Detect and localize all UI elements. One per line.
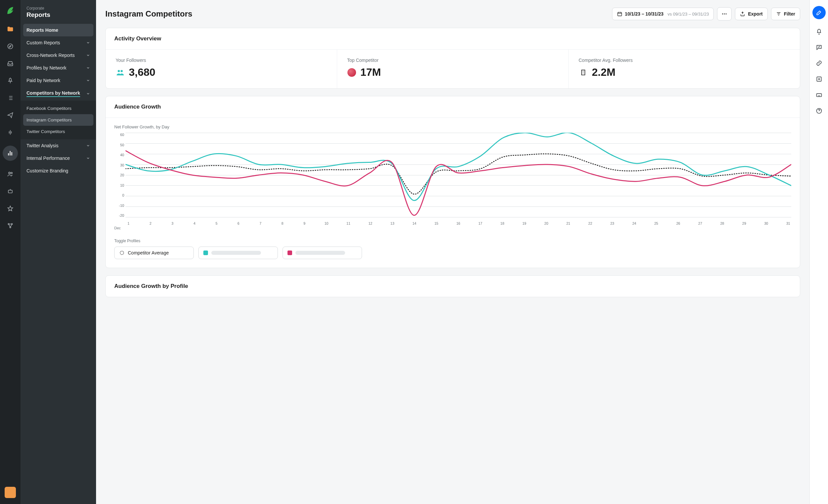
list-icon[interactable] — [6, 94, 14, 102]
redacted-label — [211, 251, 261, 255]
chevron-down-icon — [86, 92, 90, 96]
export-icon — [740, 11, 745, 16]
toggle-label: Toggle Profiles — [114, 239, 791, 243]
chevron-down-icon — [86, 66, 90, 70]
nav-item-label: Reports Home — [27, 28, 58, 33]
reports-icon[interactable] — [3, 146, 18, 161]
x-tick: 12 — [367, 221, 373, 225]
x-tick: 16 — [455, 221, 461, 225]
metric: Competitor Avg. Followers2.2M — [569, 50, 800, 88]
metric-label: Top Competitor — [347, 57, 558, 63]
x-tick: 18 — [499, 221, 505, 225]
nav-item[interactable]: Twitter Analysis — [20, 139, 96, 152]
profile-toggle[interactable]: Competitor Average — [114, 246, 194, 259]
sub-nav-item[interactable]: Facebook Competitors — [20, 103, 96, 114]
nav-item[interactable]: Competitors by Network — [20, 87, 96, 101]
compose-icon — [816, 9, 822, 16]
toggle-label-text: Competitor Average — [128, 250, 169, 256]
icon-rail — [0, 0, 20, 504]
compass-icon[interactable] — [6, 42, 14, 50]
x-tick: 23 — [610, 221, 615, 225]
add-icon[interactable] — [816, 76, 823, 83]
swatch-icon — [288, 250, 292, 255]
people-icon — [116, 68, 125, 77]
x-tick: 21 — [565, 221, 571, 225]
x-tick: 20 — [543, 221, 549, 225]
network-icon[interactable] — [6, 222, 14, 230]
sidebar-title: Reports — [27, 11, 90, 18]
compose-button[interactable] — [813, 6, 826, 19]
chevron-down-icon — [86, 79, 90, 82]
x-tick: 13 — [389, 221, 396, 225]
sidebar-heading: Corporate Reports — [20, 6, 96, 24]
svg-point-6 — [10, 227, 11, 228]
profile-toggle[interactable] — [283, 246, 362, 259]
chat-icon[interactable] — [816, 44, 823, 51]
x-tick: 9 — [301, 221, 307, 225]
svg-rect-3 — [8, 190, 12, 193]
folder-icon[interactable] — [6, 25, 14, 33]
x-tick: 10 — [324, 221, 330, 225]
more-button[interactable] — [717, 7, 732, 20]
svg-point-11 — [118, 70, 120, 72]
nav-item[interactable]: Custom Reports — [20, 36, 96, 49]
chevron-down-icon — [86, 41, 90, 45]
svg-rect-16 — [817, 94, 821, 97]
filter-button[interactable]: Filter — [771, 8, 800, 20]
nav-item[interactable]: Cross-Network Reports — [20, 49, 96, 61]
metric: Your Followers3,680 — [106, 50, 337, 88]
sub-nav-item[interactable]: Twitter Competitors — [20, 126, 96, 137]
y-tick: -10 — [114, 203, 124, 208]
svg-point-4 — [8, 223, 9, 224]
avg-swatch-icon — [119, 250, 125, 256]
date-range-button[interactable]: 10/1/23 – 10/31/23 vs 09/1/23 – 09/31/23 — [612, 8, 714, 20]
workspace-avatar[interactable] — [5, 487, 16, 498]
nav-item[interactable]: Customize Branding — [20, 165, 96, 177]
profile-toggle[interactable] — [198, 246, 278, 259]
x-tick: 4 — [192, 221, 197, 225]
star-icon[interactable] — [6, 204, 14, 213]
nav-item[interactable]: Internal Performance — [20, 152, 96, 165]
svg-point-10 — [726, 13, 727, 14]
svg-point-0 — [8, 44, 13, 49]
inbox-icon[interactable] — [6, 59, 14, 67]
help-icon[interactable] — [816, 107, 823, 114]
nav-item[interactable]: Paid by Network — [20, 74, 96, 87]
bell-icon[interactable] — [816, 28, 823, 35]
card-title: Audience Growth — [106, 96, 800, 118]
y-tick: 30 — [114, 163, 124, 167]
activity-overview-card: Activity Overview Your Followers3,680Top… — [105, 28, 800, 89]
sub-nav-item[interactable]: Instagram Competitors — [23, 114, 93, 126]
building-icon — [579, 68, 588, 77]
chevron-down-icon — [86, 156, 90, 160]
x-tick: 24 — [631, 221, 637, 225]
y-tick: 50 — [114, 143, 124, 147]
y-tick: 10 — [114, 183, 124, 187]
pin-icon[interactable] — [6, 77, 14, 85]
x-tick: 15 — [433, 221, 439, 225]
x-tick: 11 — [345, 221, 351, 225]
export-button[interactable]: Export — [735, 8, 768, 20]
chart-line-pink — [126, 150, 791, 215]
people-icon[interactable] — [6, 170, 14, 178]
chart-line-dotted-black — [126, 154, 791, 194]
right-rail — [810, 0, 828, 504]
x-axis-month: Dec — [114, 226, 791, 230]
svg-point-14 — [120, 251, 124, 255]
nav-item-label: Cross-Network Reports — [27, 53, 75, 58]
swatch-icon — [203, 250, 208, 255]
link-icon[interactable] — [816, 59, 823, 67]
x-tick: 25 — [653, 221, 659, 225]
svg-point-9 — [724, 13, 725, 14]
nav-item[interactable]: Profiles by Network — [20, 61, 96, 74]
competitor-dot-icon — [347, 68, 357, 77]
audience-growth-by-profile-card: Audience Growth by Profile — [105, 275, 800, 297]
keyboard-icon[interactable] — [816, 91, 823, 99]
y-tick: 0 — [114, 193, 124, 197]
nav-item[interactable]: Reports Home — [23, 24, 93, 36]
metric-label: Your Followers — [116, 57, 327, 63]
bot-icon[interactable] — [6, 187, 14, 195]
pulse-icon[interactable] — [6, 128, 14, 136]
x-tick: 26 — [675, 221, 681, 225]
send-icon[interactable] — [6, 111, 14, 119]
